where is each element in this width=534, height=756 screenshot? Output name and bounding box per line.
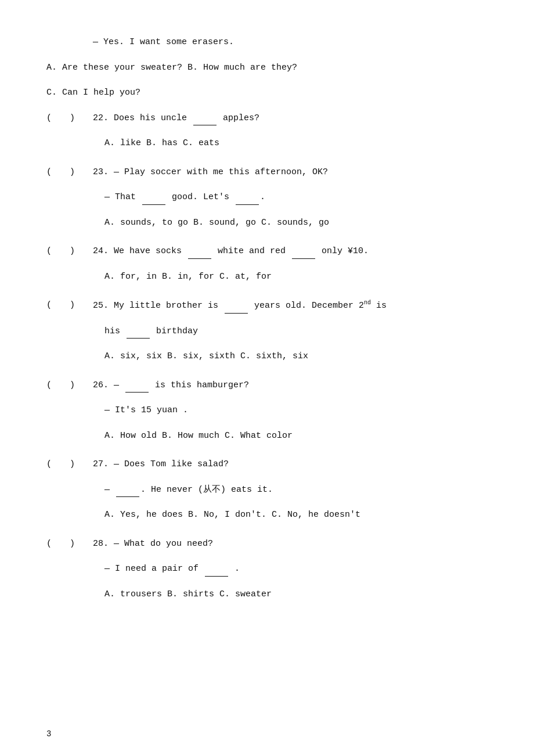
q26-paren-open: ( — [46, 378, 52, 393]
q26-number: 26. — [93, 380, 114, 390]
q27-prefix: ( ) — [46, 457, 93, 472]
q24-paren-open: ( — [46, 244, 52, 259]
q23-sub: — That good. Let's . — [104, 190, 488, 205]
q23-prefix: ( ) — [46, 165, 93, 180]
q27-paren-close: ) — [54, 457, 75, 472]
q28-paren-open: ( — [46, 537, 52, 552]
q28-stem: — What do you need? — [114, 539, 213, 549]
q27-stem: — Does Tom like salad? — [114, 459, 229, 469]
q25-number: 25. — [93, 301, 114, 311]
q27-body: 27. — Does Tom like salad? — [93, 457, 488, 472]
question-23: ( ) 23. — Play soccer with me this after… — [46, 165, 488, 180]
q24-body: 24. We have socks white and red only ¥10… — [93, 244, 488, 259]
q23-paren-close: ) — [54, 165, 75, 180]
question-26: ( ) 26. — is this hamburger? — [46, 378, 488, 393]
question-27: ( ) 27. — Does Tom like salad? — [46, 457, 488, 472]
q26-paren-close: ) — [54, 378, 75, 393]
q25-body: 25. My little brother is years old. Dece… — [93, 298, 488, 314]
q28-prefix: ( ) — [46, 537, 93, 552]
q24-prefix: ( ) — [46, 244, 93, 259]
q25-prefix: ( ) — [46, 298, 93, 313]
q28-paren-close: ) — [54, 537, 75, 552]
q27-sub: — . He never (从不) eats it. — [104, 483, 488, 498]
q24-stem: We have socks white and red only ¥10. — [114, 246, 369, 256]
q27-number: 27. — [93, 459, 114, 469]
q22-options: A. like B. has C. eats — [104, 136, 488, 151]
q27-options: A. Yes, he does B. No, I don't. C. No, h… — [104, 507, 488, 523]
q25-paren-close: ) — [54, 298, 75, 313]
q25-options: A. six, six B. six, sixth C. sixth, six — [104, 349, 488, 364]
q22-body: 22. Does his uncle apples? — [93, 111, 488, 126]
q23-number: 23. — [93, 167, 114, 177]
q28-sub: — I need a pair of . — [104, 561, 488, 577]
q28-options: A. trousers B. shirts C. sweater — [104, 587, 488, 602]
q23-body: 23. — Play soccer with me this afternoon… — [93, 165, 488, 180]
q25-stem-line2: his birthday — [104, 324, 488, 339]
q27-paren-open: ( — [46, 457, 52, 472]
q26-prefix: ( ) — [46, 378, 93, 393]
q22-stem: Does his uncle apples? — [114, 113, 259, 123]
q22-paren-open: ( — [46, 111, 52, 126]
q22-prefix: ( ) — [46, 111, 93, 126]
intro-line-2: A. Are these your sweater? B. How much a… — [46, 60, 488, 75]
q26-body: 26. — is this hamburger? — [93, 378, 488, 393]
q28-number: 28. — [93, 539, 114, 549]
question-22: ( ) 22. Does his uncle apples? — [46, 111, 488, 126]
page-number: 3 — [46, 729, 51, 739]
q26-options: A. How old B. How much C. What color — [104, 429, 488, 444]
q24-options: A. for, in B. in, for C. at, for — [104, 269, 488, 285]
question-25: ( ) 25. My little brother is years old. … — [46, 298, 488, 314]
q23-stem: — Play soccer with me this afternoon, OK… — [114, 167, 328, 177]
q24-paren-close: ) — [54, 244, 75, 259]
question-24: ( ) 24. We have socks white and red only… — [46, 244, 488, 259]
q23-options: A. sounds, to go B. sound, go C. sounds,… — [104, 215, 488, 231]
q23-paren-open: ( — [46, 165, 52, 180]
q22-number: 22. — [93, 113, 114, 123]
q24-number: 24. — [93, 246, 114, 256]
q26-sub: — It's 15 yuan . — [104, 403, 488, 418]
q26-stem: — is this hamburger? — [114, 380, 249, 390]
q25-stem-line1: My little brother is years old. December… — [114, 301, 387, 311]
q22-paren-close: ) — [54, 111, 75, 126]
q25-paren-open: ( — [46, 298, 52, 313]
q28-body: 28. — What do you need? — [93, 537, 488, 552]
intro-line-1: — Yes. I want some erasers. — [93, 35, 488, 50]
intro-line-3: C. Can I help you? — [46, 85, 488, 100]
page-content: — Yes. I want some erasers. A. Are these… — [46, 35, 488, 602]
question-28: ( ) 28. — What do you need? — [46, 537, 488, 552]
